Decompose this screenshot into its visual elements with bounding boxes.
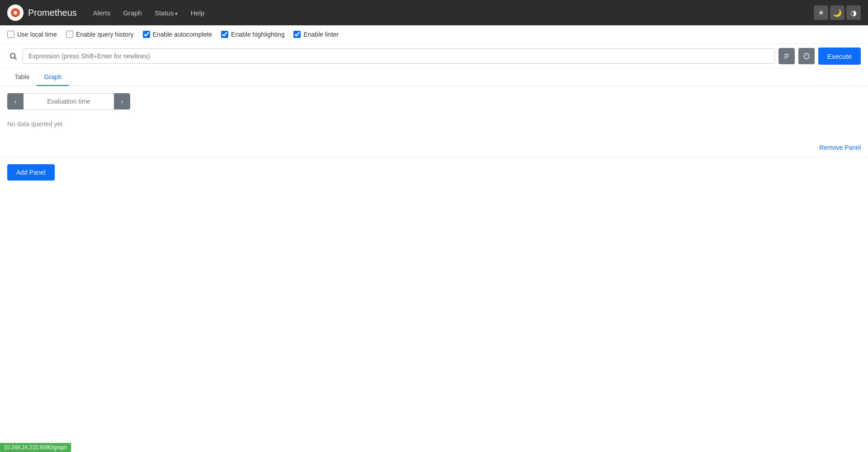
nav-graph[interactable]: Graph — [118, 5, 147, 20]
search-icon-button[interactable] — [7, 50, 19, 62]
enable-autocomplete-label[interactable]: Enable autocomplete — [143, 31, 212, 38]
expression-input[interactable] — [23, 48, 775, 64]
navbar: Prometheus Alerts Graph Status Help ☀ 🌙 … — [0, 0, 868, 25]
svg-point-2 — [10, 53, 15, 58]
remove-panel-link[interactable]: Remove Panel — [819, 144, 861, 151]
toolbar: Use local time Enable query history Enab… — [0, 25, 868, 44]
use-local-time-label[interactable]: Use local time — [7, 31, 57, 38]
enable-query-history-label[interactable]: Enable query history — [66, 31, 134, 38]
enable-linter-checkbox[interactable] — [293, 31, 301, 38]
execute-button[interactable]: Execute — [818, 48, 861, 65]
panel: Table Graph ‹ › No data queried yet Remo… — [0, 69, 868, 157]
table-tab-content: ‹ › No data queried yet — [0, 86, 868, 138]
no-data-message: No data queried yet — [7, 117, 861, 131]
use-local-time-text: Use local time — [17, 31, 57, 38]
evaluation-time-row: ‹ › — [7, 93, 861, 109]
navbar-nav: Alerts Graph Status Help — [88, 5, 814, 20]
expression-row: Execute — [0, 44, 868, 69]
enable-linter-text: Enable linter — [303, 31, 339, 38]
nav-alerts[interactable]: Alerts — [88, 5, 116, 20]
nav-help[interactable]: Help — [185, 5, 210, 20]
enable-highlighting-label[interactable]: Enable highlighting — [221, 31, 284, 38]
add-panel-section: Add Panel — [0, 157, 868, 188]
svg-point-1 — [14, 11, 17, 14]
eval-time-input[interactable] — [24, 93, 114, 109]
enable-autocomplete-checkbox[interactable] — [143, 31, 150, 38]
tab-table[interactable]: Table — [7, 69, 37, 86]
panel-tabs: Table Graph — [0, 69, 868, 86]
theme-light-button[interactable]: ☀ — [814, 5, 828, 20]
enable-autocomplete-text: Enable autocomplete — [153, 31, 212, 38]
brand-name: Prometheus — [28, 8, 77, 18]
metrics-explorer-button[interactable] — [798, 48, 815, 64]
enable-highlighting-text: Enable highlighting — [231, 31, 284, 38]
brand-icon — [7, 5, 24, 21]
svg-line-3 — [14, 57, 16, 59]
enable-query-history-text: Enable query history — [76, 31, 134, 38]
use-local-time-checkbox[interactable] — [7, 31, 14, 38]
enable-highlighting-checkbox[interactable] — [221, 31, 228, 38]
brand: Prometheus — [7, 5, 77, 21]
eval-prev-button[interactable]: ‹ — [7, 93, 24, 109]
theme-auto-button[interactable]: ◑ — [846, 5, 861, 20]
remove-panel-row: Remove Panel — [0, 138, 868, 157]
history-icon-button[interactable] — [778, 48, 795, 64]
theme-dark-button[interactable]: 🌙 — [830, 5, 844, 20]
enable-linter-label[interactable]: Enable linter — [293, 31, 339, 38]
enable-query-history-checkbox[interactable] — [66, 31, 73, 38]
eval-next-button[interactable]: › — [114, 93, 130, 109]
navbar-right: ☀ 🌙 ◑ — [814, 5, 861, 20]
nav-status[interactable]: Status — [149, 5, 184, 20]
add-panel-button[interactable]: Add Panel — [7, 164, 55, 181]
tab-graph[interactable]: Graph — [37, 69, 69, 86]
